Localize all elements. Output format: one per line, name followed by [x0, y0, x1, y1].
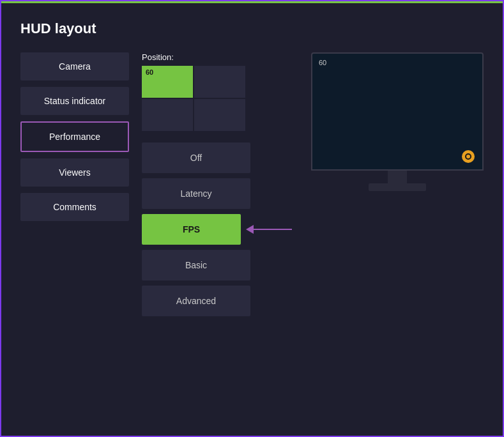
monitor-preview: 60	[311, 52, 484, 316]
pos-cell-top-right[interactable]	[194, 66, 245, 98]
hud-items-list: CameraStatus indicatorPerformanceViewers…	[20, 52, 129, 316]
arrow-line	[254, 229, 292, 230]
position-label: Position:	[142, 52, 292, 62]
hud-btn-status-indicator[interactable]: Status indicator	[20, 87, 129, 115]
options-column: Position: 60 OffLatencyFPSBasicAdvanced	[142, 52, 292, 316]
fps-row: FPS	[142, 214, 292, 245]
monitor-stand-neck	[388, 171, 407, 183]
page-title: HUD layout	[20, 20, 484, 37]
main-layout: CameraStatus indicatorPerformanceViewers…	[20, 52, 484, 316]
perf-btn-latency[interactable]: Latency	[142, 178, 250, 209]
perf-btn-advanced[interactable]: Advanced	[142, 286, 250, 316]
perf-btn-fps[interactable]: FPS	[142, 214, 241, 245]
performance-options: OffLatencyFPSBasicAdvanced	[142, 142, 292, 316]
monitor-screen: 60	[311, 52, 484, 171]
perf-btn-off[interactable]: Off	[142, 142, 250, 173]
hud-btn-performance[interactable]: Performance	[20, 121, 129, 152]
hud-btn-viewers[interactable]: Viewers	[20, 158, 129, 187]
position-grid: 60	[142, 66, 292, 131]
top-accent-bar	[1, 1, 503, 3]
monitor-stand-base	[369, 183, 426, 191]
arrow-head-icon	[246, 225, 254, 234]
pos-cell-top-left[interactable]: 60	[142, 66, 193, 98]
fps-arrow	[246, 225, 292, 234]
pos-cell-bottom-left[interactable]	[142, 99, 193, 131]
pos-cell-bottom-right[interactable]	[194, 99, 245, 131]
monitor-status-icon	[462, 150, 475, 163]
monitor-fps-label: 60	[319, 59, 326, 66]
hud-btn-camera[interactable]: Camera	[20, 52, 129, 80]
app-window: HUD layout CameraStatus indicatorPerform…	[0, 0, 504, 437]
hud-btn-comments[interactable]: Comments	[20, 193, 129, 221]
perf-btn-basic[interactable]: Basic	[142, 250, 250, 280]
monitor-icon-inner	[465, 153, 471, 160]
